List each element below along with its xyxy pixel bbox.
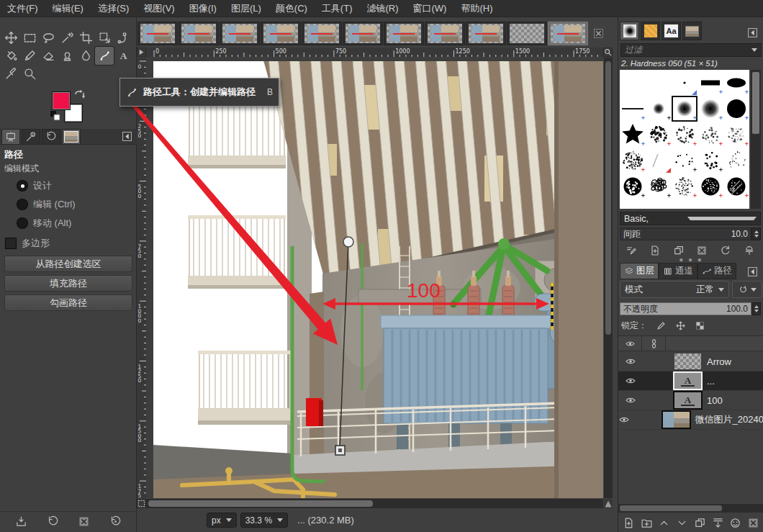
dock-tab-image-thumb[interactable] bbox=[62, 129, 81, 144]
foreground-color-swatch[interactable] bbox=[52, 91, 71, 110]
tool-move[interactable] bbox=[1, 29, 20, 47]
tool-zoom[interactable] bbox=[20, 65, 39, 83]
navigation-preview-button[interactable] bbox=[604, 499, 613, 508]
brush-cell-r6c3[interactable] bbox=[672, 199, 697, 209]
dock-tab-undo-history[interactable] bbox=[42, 129, 60, 144]
fill-path-button[interactable]: 填充路径 bbox=[4, 275, 132, 292]
zoom-select[interactable]: 33.3 % bbox=[240, 513, 288, 528]
new-layer-group-button[interactable] bbox=[641, 517, 653, 529]
brush-cell-r2c5[interactable]: + bbox=[723, 96, 749, 122]
menu-item-6[interactable]: 图层(L) bbox=[224, 0, 268, 17]
duplicate-layer-button[interactable] bbox=[694, 517, 706, 529]
tool-color-picker[interactable] bbox=[1, 65, 20, 83]
brush-cell-r6c1[interactable] bbox=[620, 199, 646, 209]
stroke-path-button[interactable]: 勾画路径 bbox=[4, 294, 132, 311]
menu-item-3[interactable]: 选择(S) bbox=[91, 0, 136, 17]
edit-mode-radio-2[interactable]: 编辑 (Ctrl) bbox=[0, 195, 137, 214]
brush-cell-r5c2[interactable]: + bbox=[646, 173, 672, 199]
menu-item-5[interactable]: 图像(I) bbox=[182, 0, 224, 17]
layer-row-3[interactable]: A100 bbox=[618, 391, 763, 410]
menu-item-9[interactable]: 滤镜(R) bbox=[359, 0, 405, 17]
visibility-toggle[interactable] bbox=[618, 395, 642, 406]
collapse-left-icon[interactable] bbox=[747, 266, 758, 277]
tool-crop[interactable] bbox=[76, 29, 95, 47]
new-brush-button[interactable] bbox=[649, 243, 661, 258]
menu-item-1[interactable]: 文件(F) bbox=[0, 0, 45, 17]
refresh-brushes-button[interactable] bbox=[720, 243, 731, 258]
tool-pencil[interactable] bbox=[20, 47, 39, 65]
tab-paths[interactable]: 路径 bbox=[697, 263, 736, 279]
layer-row-1[interactable]: Arrow bbox=[618, 352, 763, 371]
delete-tool-options-button[interactable] bbox=[78, 515, 90, 528]
close-tab-button[interactable] bbox=[592, 27, 605, 40]
vertical-ruler[interactable]: 02505007501000125015001750 bbox=[137, 58, 146, 498]
opacity-slider[interactable]: 不透明度 100.0 bbox=[620, 302, 761, 315]
image-tab-5[interactable] bbox=[302, 22, 342, 45]
layer-row-4[interactable]: 微信图片_20240 bbox=[618, 410, 763, 430]
new-layer-button[interactable] bbox=[623, 517, 635, 529]
brush-scrollbar[interactable] bbox=[751, 70, 761, 209]
ruler-menu-button[interactable] bbox=[137, 48, 146, 57]
brush-cell-r4c4[interactable]: + bbox=[697, 148, 723, 173]
tab-channels[interactable]: 通道 bbox=[659, 263, 697, 279]
edit-brush-button[interactable] bbox=[626, 243, 637, 258]
tool-paths[interactable] bbox=[95, 47, 114, 65]
menu-item-8[interactable]: 工具(T) bbox=[315, 0, 360, 17]
brush-cell-r1c3[interactable] bbox=[672, 70, 697, 96]
brush-cell-r1c2[interactable] bbox=[646, 70, 672, 96]
image-tab-6[interactable] bbox=[343, 22, 383, 45]
add-mask-button[interactable] bbox=[729, 517, 741, 529]
brush-cell-r3c3[interactable]: + bbox=[672, 122, 697, 148]
layer-mode-switch-button[interactable] bbox=[732, 281, 762, 298]
tool-fuzzy-select[interactable] bbox=[58, 29, 76, 47]
brush-cell-r5c1[interactable]: + bbox=[620, 173, 646, 199]
brush-cell-r3c5[interactable]: + bbox=[723, 122, 749, 148]
lock-alpha-button[interactable] bbox=[695, 320, 705, 331]
default-colors-icon[interactable] bbox=[50, 111, 60, 121]
layer-row-2[interactable]: A... bbox=[618, 371, 763, 391]
tool-unified-transform[interactable] bbox=[95, 29, 114, 47]
collapse-left-icon[interactable] bbox=[122, 131, 132, 142]
horizontal-ruler[interactable]: 02505007501000125015001750 bbox=[146, 48, 603, 57]
brush-cell-r6c2[interactable] bbox=[646, 199, 672, 209]
brush-cell-r1c5[interactable]: + bbox=[723, 70, 749, 96]
canvas-viewport[interactable]: 100 bbox=[146, 58, 603, 498]
image-tab-4[interactable] bbox=[261, 22, 301, 45]
brush-cell-r5c4[interactable]: + bbox=[697, 173, 723, 199]
tab-patterns[interactable] bbox=[641, 22, 660, 40]
tool-eraser[interactable] bbox=[39, 47, 58, 65]
tool-smudge[interactable] bbox=[76, 47, 95, 65]
brush-cell-r6c5[interactable] bbox=[723, 199, 749, 209]
tool-handle-transform[interactable] bbox=[114, 29, 132, 47]
horizontal-scrollbar[interactable] bbox=[146, 499, 603, 508]
open-brush-as-image-button[interactable] bbox=[744, 243, 755, 258]
unit-select[interactable]: px bbox=[207, 513, 237, 528]
dock-tab-device-status[interactable] bbox=[22, 129, 40, 144]
polygon-checkbox[interactable] bbox=[6, 238, 16, 248]
tool-text[interactable]: A bbox=[114, 47, 132, 65]
lower-layer-button[interactable] bbox=[676, 517, 688, 529]
brush-group-select[interactable]: Basic, bbox=[620, 212, 761, 225]
image-tab-1[interactable] bbox=[137, 22, 178, 45]
tool-rectangle-select[interactable] bbox=[20, 29, 39, 47]
polygon-checkbox-row[interactable]: 多边形 bbox=[0, 233, 137, 253]
brush-cell-r1c4[interactable]: + bbox=[697, 70, 723, 96]
tab-layers[interactable]: 图层 bbox=[620, 263, 659, 279]
layers-scrollbar[interactable] bbox=[618, 504, 763, 513]
brush-cell-r4c2[interactable] bbox=[646, 148, 672, 173]
quickmask-toggle[interactable] bbox=[137, 499, 146, 508]
brush-cell-r2c3[interactable]: + bbox=[672, 96, 697, 122]
brush-cell-r6c4[interactable] bbox=[697, 199, 723, 209]
brush-cell-r3c1[interactable]: + bbox=[620, 122, 646, 148]
zoom-follow-button[interactable] bbox=[603, 48, 613, 57]
collapse-left-icon[interactable] bbox=[747, 27, 758, 38]
brush-filter-input[interactable]: 过滤 bbox=[620, 43, 762, 57]
brush-cell-r3c4[interactable]: + bbox=[697, 122, 723, 148]
create-selection-from-path-button[interactable]: 从路径创建选区 bbox=[4, 256, 132, 272]
delete-layer-button[interactable] bbox=[747, 517, 759, 529]
edit-mode-radio-1[interactable]: 设计 bbox=[0, 176, 137, 195]
image-tab-8[interactable] bbox=[425, 22, 465, 45]
menu-item-7[interactable]: 颜色(C) bbox=[268, 0, 315, 17]
image-tab-7[interactable] bbox=[384, 22, 424, 45]
visibility-toggle[interactable] bbox=[618, 375, 642, 387]
